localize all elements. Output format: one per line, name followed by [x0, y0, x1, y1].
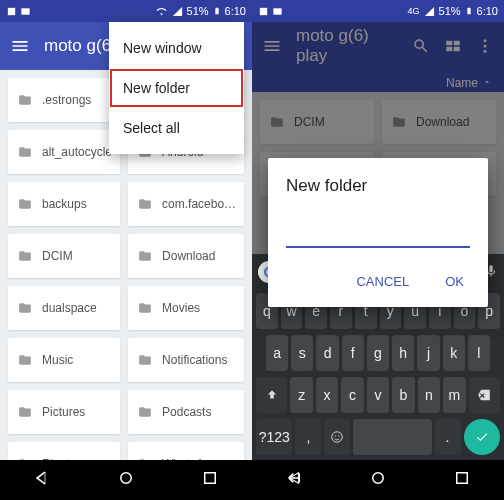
folder-item[interactable]: DCIM	[260, 100, 374, 144]
svg-rect-0	[8, 7, 15, 14]
notification-icon	[6, 6, 17, 17]
folder-item[interactable]: .estrongs	[8, 78, 120, 122]
key-x[interactable]: x	[316, 377, 338, 413]
folder-item[interactable]: alt_autocycle	[8, 130, 120, 174]
cancel-button[interactable]: CANCEL	[350, 266, 415, 297]
key-c[interactable]: c	[341, 377, 363, 413]
folder-item[interactable]: Download	[382, 100, 496, 144]
key-z[interactable]: z	[290, 377, 312, 413]
space-key[interactable]	[353, 419, 431, 455]
sort-header[interactable]: Name	[252, 70, 504, 92]
app-title: moto g(6) play	[296, 26, 384, 66]
status-bar: 4G 51% 6:10	[252, 0, 504, 22]
search-icon[interactable]	[412, 37, 430, 55]
notification-icon	[258, 6, 269, 17]
battery-percent: 51%	[187, 5, 209, 17]
nav-home-icon[interactable]	[369, 469, 387, 491]
lte-icon: 4G	[408, 6, 420, 16]
folder-label: .estrongs	[42, 93, 91, 107]
key-b[interactable]: b	[392, 377, 414, 413]
folder-item[interactable]: Pictures	[8, 390, 120, 434]
svg-rect-14	[457, 473, 468, 484]
key-f[interactable]: f	[342, 335, 364, 371]
folder-label: Ringtones	[42, 457, 96, 460]
sort-label: Name	[446, 76, 478, 90]
svg-point-10	[335, 435, 336, 436]
folder-name-input[interactable]	[286, 224, 470, 248]
svg-point-13	[373, 473, 384, 484]
nav-back-icon[interactable]	[285, 469, 303, 491]
nav-back-icon[interactable]	[33, 469, 51, 491]
svg-rect-5	[273, 8, 281, 14]
folder-label: Music	[42, 353, 73, 367]
phone-left: 51% 6:10 moto g(6) .estrongsAlarmsalt_au…	[0, 0, 252, 500]
folder-label: Podcasts	[162, 405, 211, 419]
folder-label: DCIM	[42, 249, 73, 263]
menu-new-folder[interactable]: New folder	[109, 68, 244, 108]
battery-icon	[465, 5, 473, 17]
folder-label: Download	[416, 115, 469, 129]
new-folder-dialog: New folder CANCEL OK	[268, 158, 488, 307]
key-g[interactable]: g	[367, 335, 389, 371]
nav-recent-icon[interactable]	[201, 469, 219, 491]
svg-rect-3	[205, 473, 216, 484]
key-v[interactable]: v	[367, 377, 389, 413]
folder-item[interactable]: Music	[8, 338, 120, 382]
folder-item[interactable]: Ringtones	[8, 442, 120, 460]
svg-point-2	[121, 473, 132, 484]
key-m[interactable]: m	[443, 377, 465, 413]
status-bar: 51% 6:10	[0, 0, 252, 22]
folder-label: Movies	[162, 301, 200, 315]
hamburger-icon[interactable]	[10, 36, 30, 56]
folder-item[interactable]: Download	[128, 234, 244, 278]
svg-point-7	[484, 45, 487, 48]
hamburger-icon[interactable]	[262, 36, 282, 56]
folder-item[interactable]: Podcasts	[128, 390, 244, 434]
battery-icon	[213, 5, 221, 17]
folder-item[interactable]: Movies	[128, 286, 244, 330]
folder-item[interactable]: WhatsApp	[128, 442, 244, 460]
ok-button[interactable]: OK	[439, 266, 470, 297]
folder-label: Pictures	[42, 405, 85, 419]
key-h[interactable]: h	[392, 335, 414, 371]
key-d[interactable]: d	[316, 335, 338, 371]
shift-key[interactable]	[256, 377, 287, 413]
key-n[interactable]: n	[418, 377, 440, 413]
overflow-icon[interactable]	[476, 37, 494, 55]
nav-home-icon[interactable]	[117, 469, 135, 491]
dialog-title: New folder	[286, 176, 470, 196]
nav-bar	[252, 460, 504, 500]
battery-percent: 51%	[439, 5, 461, 17]
key-j[interactable]: j	[417, 335, 439, 371]
folder-label: com.facebo…	[162, 197, 236, 211]
menu-select-all[interactable]: Select all	[109, 108, 244, 148]
enter-key[interactable]	[464, 419, 500, 455]
key-a[interactable]: a	[266, 335, 288, 371]
folder-label: DCIM	[294, 115, 325, 129]
period-key[interactable]: .	[435, 419, 461, 455]
menu-new-window[interactable]: New window	[109, 28, 244, 68]
emoji-key[interactable]	[324, 419, 350, 455]
folder-item[interactable]: com.facebo…	[128, 182, 244, 226]
folder-item[interactable]: Notifications	[128, 338, 244, 382]
clock: 6:10	[477, 5, 498, 17]
backspace-key[interactable]	[469, 377, 500, 413]
key-s[interactable]: s	[291, 335, 313, 371]
folder-label: Notifications	[162, 353, 227, 367]
symbols-key[interactable]: ?123	[256, 419, 292, 455]
overflow-menu: New window New folder Select all	[109, 22, 244, 154]
key-k[interactable]: k	[443, 335, 465, 371]
key-l[interactable]: l	[468, 335, 490, 371]
svg-rect-1	[21, 8, 29, 14]
folder-item[interactable]: backups	[8, 182, 120, 226]
gallery-icon	[272, 6, 283, 17]
comma-key[interactable]: ,	[295, 419, 321, 455]
svg-point-8	[484, 50, 487, 53]
svg-point-6	[484, 39, 487, 42]
view-grid-icon[interactable]	[444, 37, 462, 55]
clock: 6:10	[225, 5, 246, 17]
folder-item[interactable]: dualspace	[8, 286, 120, 330]
wifi-icon	[155, 6, 168, 17]
nav-recent-icon[interactable]	[453, 469, 471, 491]
folder-item[interactable]: DCIM	[8, 234, 120, 278]
